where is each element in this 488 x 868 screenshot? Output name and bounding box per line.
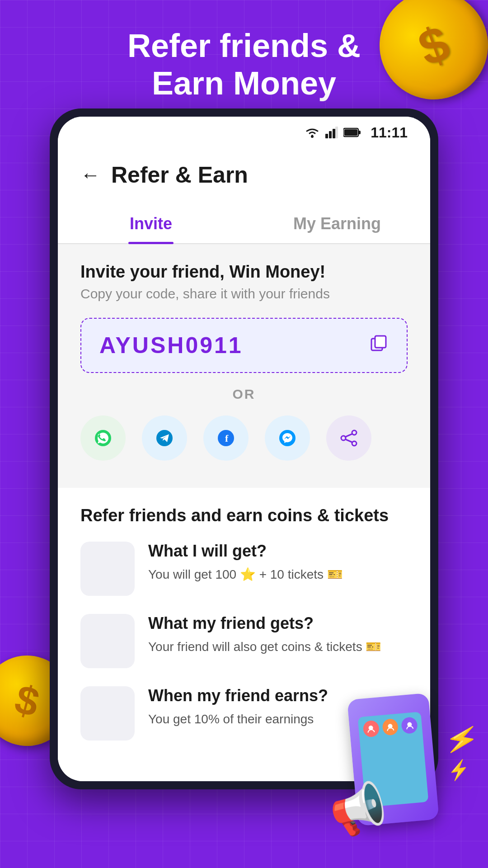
header-section: Refer friends & Earn Money: [0, 27, 488, 102]
copy-icon[interactable]: [369, 333, 389, 358]
lightning-icon-2: ⚡: [446, 758, 471, 783]
coin-dollar-symbol-2: $: [10, 675, 44, 726]
phone-mockup: 11:11 ← Refer & Earn Invite My Earning I…: [50, 108, 438, 789]
invite-subtitle: Copy your code, share it with your frien…: [80, 286, 408, 302]
info-text-2: What my friend gets? Your friend will al…: [148, 614, 408, 656]
svg-text:f: f: [225, 433, 229, 444]
notif-bubble-1: [362, 720, 380, 738]
svg-rect-7: [344, 129, 357, 136]
svg-rect-2: [329, 131, 332, 138]
tab-my-earning[interactable]: My Earning: [244, 202, 430, 243]
or-divider: OR: [80, 387, 408, 402]
referral-code-box[interactable]: AYUSH0911: [80, 318, 408, 373]
info-item-title-1: What I will get?: [148, 542, 408, 561]
svg-line-19: [346, 439, 352, 442]
telegram-share-button[interactable]: [142, 415, 187, 461]
share-more-button[interactable]: [326, 415, 371, 461]
tab-invite[interactable]: Invite: [58, 202, 244, 243]
status-time: 11:11: [371, 124, 408, 141]
svg-line-18: [346, 434, 352, 437]
info-icon-1: [80, 542, 135, 596]
promo-illustration: 📢 ⚡ ⚡: [339, 696, 483, 841]
social-share-buttons: f: [80, 415, 408, 470]
signal-icon: [325, 127, 338, 138]
svg-rect-3: [333, 129, 335, 138]
info-text-1: What I will get? You will get 100 ⭐ + 10…: [148, 542, 408, 584]
info-item-desc-1: You will get 100 ⭐ + 10 tickets 🎫: [148, 565, 408, 584]
status-bar: 11:11: [58, 117, 430, 148]
facebook-share-button[interactable]: f: [203, 415, 249, 461]
wifi-icon: [305, 127, 320, 138]
info-item-what-i-get: What I will get? You will get 100 ⭐ + 10…: [80, 542, 408, 596]
header-line2: Earn Money: [0, 65, 488, 102]
svg-point-16: [341, 436, 346, 440]
notif-bubble-3: [401, 717, 418, 734]
lightning-icon-1: ⚡: [442, 721, 481, 758]
notif-bubble-2: [382, 718, 399, 736]
top-bar: ← Refer & Earn: [58, 148, 430, 202]
info-icon-2: [80, 614, 135, 668]
messenger-share-button[interactable]: [265, 415, 310, 461]
referral-code-text: AYUSH0911: [99, 332, 243, 359]
app-content: ← Refer & Earn Invite My Earning Invite …: [58, 148, 430, 781]
status-icons: [305, 127, 361, 138]
whatsapp-share-button[interactable]: [80, 415, 126, 461]
back-button[interactable]: ←: [80, 164, 100, 186]
info-item-friend-gets: What my friend gets? Your friend will al…: [80, 614, 408, 668]
tab-bar: Invite My Earning: [58, 202, 430, 244]
svg-point-0: [311, 135, 314, 138]
invite-title: Invite your friend, Win Money!: [80, 262, 408, 282]
phone-screen: 11:11 ← Refer & Earn Invite My Earning I…: [58, 117, 430, 781]
page-title: Refer & Earn: [111, 162, 248, 188]
info-icon-3: [80, 686, 135, 741]
info-item-title-2: What my friend gets?: [148, 614, 408, 633]
svg-point-17: [352, 441, 357, 446]
svg-rect-6: [358, 131, 361, 134]
svg-rect-4: [335, 127, 338, 138]
invite-section: Invite your friend, Win Money! Copy your…: [58, 244, 430, 488]
svg-point-14: [279, 430, 296, 446]
svg-point-15: [352, 430, 357, 435]
svg-rect-9: [375, 336, 386, 348]
battery-icon: [343, 127, 361, 137]
header-line1: Refer friends &: [0, 27, 488, 65]
svg-rect-1: [325, 134, 328, 138]
info-item-desc-2: Your friend will also get coins & ticket…: [148, 637, 408, 656]
info-section-title: Refer friends and earn coins & tickets: [80, 506, 408, 525]
